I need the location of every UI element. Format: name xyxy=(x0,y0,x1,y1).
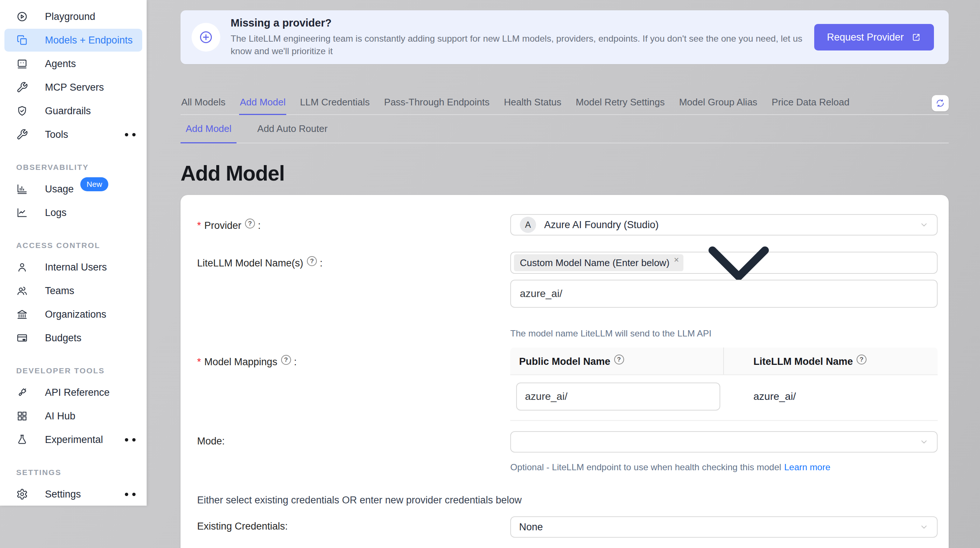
litellm-model-name-help-icon[interactable]: ? xyxy=(857,355,867,365)
users-icon xyxy=(16,285,28,297)
public-model-name-cell xyxy=(510,382,724,411)
banner-text: Missing a provider? The LiteLLM engineer… xyxy=(231,17,814,57)
provider-help-icon[interactable]: ? xyxy=(245,218,255,228)
sync-icon xyxy=(935,98,945,108)
sidebar-item-playground[interactable]: Playground xyxy=(5,5,142,28)
subtab-add-auto-router[interactable]: Add Auto Router xyxy=(252,115,332,143)
public-model-name-help-icon[interactable]: ? xyxy=(614,355,624,365)
table-header-row: Public Model Name? LiteLLM Model Name? xyxy=(510,347,938,375)
sidebar-item-logs[interactable]: Logs xyxy=(5,201,142,224)
play-circle-icon xyxy=(16,11,28,22)
sidebar-item-label: Models + Endpoints xyxy=(45,35,133,46)
model-names-multiselect[interactable]: Custom Model Name (Enter below) × xyxy=(510,252,938,274)
tab-pass-through-endpoints[interactable]: Pass-Through Endpoints xyxy=(383,97,490,114)
sidebar-item-mcp-servers[interactable]: MCP Servers xyxy=(5,76,142,99)
sidebar-item-label: MCP Servers xyxy=(45,82,104,93)
sidebar-item-label: Organizations xyxy=(45,309,107,320)
chevron-down-icon xyxy=(919,522,929,532)
model-name-helper-text: The model name LiteLLM will send to the … xyxy=(510,328,938,339)
section-label-access-control: ACCESS CONTROL xyxy=(16,241,146,250)
provider-avatar: A xyxy=(520,217,536,233)
provider-row: *Provider?: A Azure AI Foundry (Studio) xyxy=(197,214,938,236)
shield-check-icon xyxy=(16,105,28,117)
page-title: Add Model xyxy=(181,161,949,185)
request-provider-label: Request Provider xyxy=(827,32,904,43)
column-header-public-model-name: Public Model Name? xyxy=(510,347,724,374)
table-row: azure_ai/ xyxy=(510,375,938,421)
tab-list: All ModelsAdd ModelLLM CredentialsPass-T… xyxy=(181,97,850,114)
provider-value: Azure AI Foundry (Studio) xyxy=(544,219,659,231)
close-icon[interactable]: × xyxy=(674,255,679,264)
tab-health-status[interactable]: Health Status xyxy=(503,97,562,114)
selected-model-tag[interactable]: Custom Model Name (Enter below) × xyxy=(514,254,683,271)
subtab-add-model[interactable]: Add Model xyxy=(181,115,237,143)
sidebar-item-experimental[interactable]: Experimental xyxy=(5,428,142,451)
existing-credentials-row: Existing Credentials: None xyxy=(197,516,938,538)
tab-price-data-reload[interactable]: Price Data Reload xyxy=(771,97,850,114)
flask-icon xyxy=(16,434,28,446)
section-label-settings: SETTINGS xyxy=(16,468,146,477)
mode-select[interactable] xyxy=(510,431,938,452)
sidebar-nav: PlaygroundModels + EndpointsAgentsMCP Se… xyxy=(0,5,146,506)
external-link-icon xyxy=(911,32,921,42)
sidebar-item-tools[interactable]: Tools xyxy=(5,123,142,146)
sidebar-item-label: Playground xyxy=(45,11,95,22)
sidebar-item-guardrails[interactable]: Guardrails xyxy=(5,99,142,123)
sidebar-item-models-endpoints[interactable]: Models + Endpoints xyxy=(5,29,142,52)
sidebar-item-label: API Reference xyxy=(45,387,110,398)
overflow-dots[interactable] xyxy=(121,493,135,496)
sidebar-item-settings[interactable]: Settings xyxy=(5,483,142,506)
tab-model-group-alias[interactable]: Model Group Alias xyxy=(678,97,758,114)
sidebar-item-label: Guardrails xyxy=(45,105,91,117)
tab-add-model[interactable]: Add Model xyxy=(239,97,286,114)
learn-more-link[interactable]: Learn more xyxy=(784,462,830,472)
user-icon xyxy=(16,261,28,273)
tab-llm-credentials[interactable]: LLM Credentials xyxy=(299,97,370,114)
sidebar-item-ai-hub[interactable]: AI Hub xyxy=(5,405,142,427)
sidebar-item-api-reference[interactable]: API Reference xyxy=(5,381,142,404)
existing-credentials-select[interactable]: None xyxy=(510,516,938,538)
sidebar-item-label: Teams xyxy=(45,285,75,297)
section-label-developer-tools: DEVELOPER TOOLS xyxy=(16,366,146,375)
refresh-button[interactable] xyxy=(932,95,949,111)
chevron-down-icon xyxy=(919,437,929,447)
new-badge: New xyxy=(80,177,108,191)
mode-row: Mode: Optional - LiteLLM endpoint to use… xyxy=(197,431,938,472)
required-marker: * xyxy=(197,220,201,231)
credit-card-icon xyxy=(16,332,28,344)
model-names-help-icon[interactable]: ? xyxy=(307,256,317,266)
sidebar-item-label: Tools xyxy=(45,129,68,140)
sidebar-item-label: Experimental xyxy=(45,434,103,446)
robot-icon xyxy=(16,58,28,70)
sidebar-item-budgets[interactable]: Budgets xyxy=(5,327,142,349)
sidebar-item-organizations[interactable]: Organizations xyxy=(5,303,142,326)
tab-all-models[interactable]: All Models xyxy=(181,97,226,114)
section-label-observability: OBSERVABILITY xyxy=(16,163,146,172)
bank-icon xyxy=(16,309,28,320)
sidebar-item-usage[interactable]: UsageNew xyxy=(5,178,142,201)
banner-description: The LiteLLM engineering team is constant… xyxy=(231,32,814,57)
existing-credentials-label: Existing Credentials: xyxy=(197,516,510,532)
banner-title: Missing a provider? xyxy=(231,17,814,29)
request-provider-button[interactable]: Request Provider xyxy=(814,24,934,51)
plus-circle-icon xyxy=(192,23,220,52)
selected-model-tag-label: Custom Model Name (Enter below) xyxy=(520,257,670,269)
grid-icon xyxy=(16,410,28,422)
model-names-label: LiteLLM Model Name(s)?: xyxy=(197,252,510,269)
custom-model-name-input[interactable] xyxy=(510,280,938,308)
public-model-name-input[interactable] xyxy=(516,382,720,411)
missing-provider-banner: Missing a provider? The LiteLLM engineer… xyxy=(181,10,949,64)
gear-icon xyxy=(16,488,28,500)
model-names-row: LiteLLM Model Name(s)?: Custom Model Nam… xyxy=(197,252,938,339)
overflow-dots[interactable] xyxy=(121,438,135,441)
credentials-note: Either select existing credentials OR en… xyxy=(197,495,938,506)
tab-model-retry-settings[interactable]: Model Retry Settings xyxy=(575,97,665,114)
sidebar-item-teams[interactable]: Teams xyxy=(5,279,142,302)
bar-chart-icon xyxy=(16,183,28,195)
overflow-dots[interactable] xyxy=(121,133,135,136)
sidebar-item-internal-users[interactable]: Internal Users xyxy=(5,256,142,279)
mode-helper-text: Optional - LiteLLM endpoint to use when … xyxy=(510,462,938,472)
add-model-form-card: *Provider?: A Azure AI Foundry (Studio) … xyxy=(181,195,949,548)
sidebar-item-agents[interactable]: Agents xyxy=(5,53,142,75)
model-mappings-help-icon[interactable]: ? xyxy=(281,355,291,365)
